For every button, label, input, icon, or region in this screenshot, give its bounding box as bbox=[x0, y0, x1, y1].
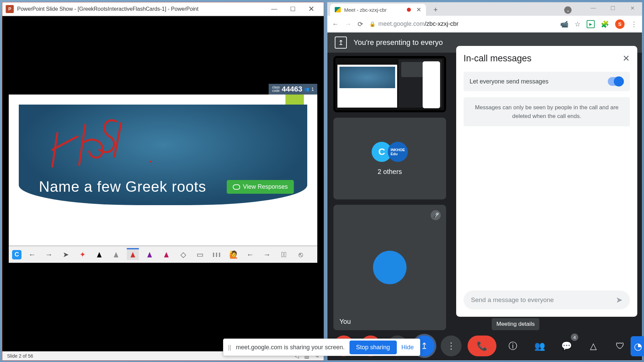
presentation-thumbnail bbox=[335, 58, 444, 110]
camera-indicator-icon[interactable]: 📹 bbox=[560, 20, 569, 28]
self-tile[interactable]: 🎤̸ You bbox=[333, 205, 446, 330]
people-button[interactable]: 👥 bbox=[529, 336, 550, 356]
chrome-minimize-button[interactable]: — bbox=[584, 2, 603, 14]
allow-messages-toggle-row: Let everyone send messages bbox=[464, 72, 630, 91]
chat-panel-title: In-call messages bbox=[464, 53, 532, 64]
pick-name-tool[interactable]: 🙋 bbox=[227, 249, 239, 261]
host-controls-button[interactable]: 🛡 bbox=[610, 336, 631, 356]
pen-magenta[interactable] bbox=[160, 249, 172, 261]
leave-call-button[interactable]: 📞 bbox=[468, 336, 496, 356]
avatar-icon: INKHOEEdu bbox=[388, 142, 408, 162]
nav-left[interactable]: ← bbox=[244, 249, 256, 261]
minimize-button[interactable]: — bbox=[265, 3, 283, 15]
whiteboard-tool[interactable]: ▭ bbox=[194, 249, 206, 261]
slideshow-stage: class code 44463 👥 1 Name a few Greek ro… bbox=[2, 16, 324, 351]
meeting-details-button[interactable]: ⓘ bbox=[502, 336, 523, 356]
others-avatars: C INKHOEEdu bbox=[374, 142, 406, 162]
cloud-icon bbox=[233, 184, 240, 190]
exit-tool[interactable]: ⎋ bbox=[294, 249, 307, 261]
more-options-button[interactable]: ⋮ bbox=[441, 336, 462, 356]
new-tab-button[interactable]: + bbox=[431, 5, 441, 15]
chat-input-placeholder: Send a message to everyone bbox=[471, 296, 554, 304]
in-call-messages-panel: In-call messages ✕ Let everyone send mes… bbox=[456, 46, 637, 317]
presenting-text: You're presenting to everyo bbox=[354, 38, 443, 47]
bookmark-star-icon[interactable]: ☆ bbox=[575, 20, 581, 28]
self-avatar-icon bbox=[373, 251, 407, 284]
chat-button[interactable]: 💬 4 bbox=[556, 336, 577, 356]
sharing-text: meet.google.com is sharing your screen. bbox=[236, 344, 344, 351]
view-responses-button[interactable]: View Responses bbox=[227, 180, 294, 194]
close-button[interactable]: ✕ bbox=[302, 3, 320, 15]
chrome-tabstrip: Meet - zbc-xzxj-cbr ✕ + ⌄ — ☐ ✕ bbox=[327, 2, 642, 16]
reload-button[interactable]: ⟳ bbox=[358, 20, 363, 28]
laser-tool[interactable]: ✦ bbox=[76, 249, 89, 261]
hide-sharing-button[interactable]: Hide bbox=[401, 344, 414, 351]
activities-button[interactable]: △ bbox=[583, 336, 604, 356]
slide-counter: Slide 2 of 56 bbox=[7, 353, 33, 359]
people-icon: 👥 bbox=[304, 87, 309, 92]
chat-close-button[interactable]: ✕ bbox=[623, 53, 630, 64]
url-host: meet.google.com bbox=[378, 20, 425, 27]
maximize-button[interactable]: ☐ bbox=[283, 3, 302, 15]
ppt-titlebar: P PowerPoint Slide Show - [GreekRootsInt… bbox=[2, 2, 324, 16]
eraser-tool[interactable]: ◇ bbox=[177, 249, 189, 261]
present-screen-icon: ↥ bbox=[335, 37, 347, 49]
recording-indicator-icon bbox=[407, 8, 411, 12]
allow-messages-toggle[interactable] bbox=[608, 77, 624, 86]
screen-sharing-bar: || meet.google.com is sharing your scree… bbox=[223, 339, 420, 356]
meet-favicon-icon bbox=[335, 7, 341, 12]
chat-unread-badge: 4 bbox=[571, 334, 578, 341]
drag-handle-icon[interactable]: || bbox=[228, 344, 231, 351]
meeting-details-tooltip: Meeting details bbox=[492, 318, 539, 330]
svg-point-0 bbox=[150, 161, 152, 163]
slide: class code 44463 👥 1 Name a few Greek ro… bbox=[9, 95, 317, 263]
chrome-window: Meet - zbc-xzxj-cbr ✕ + ⌄ — ☐ ✕ ← → ⟳ 🔒 … bbox=[327, 2, 642, 361]
ink-annotation bbox=[32, 106, 166, 173]
pen-purple[interactable] bbox=[144, 249, 156, 261]
forward-button[interactable]: → bbox=[345, 20, 352, 28]
class-code-value: 44463 bbox=[282, 85, 302, 94]
class-code-label: class code bbox=[272, 86, 280, 93]
browser-tab[interactable]: Meet - zbc-xzxj-cbr ✕ bbox=[330, 4, 426, 16]
url-path: /zbc-xzxj-cbr bbox=[425, 20, 459, 27]
tab-close-icon[interactable]: ✕ bbox=[416, 6, 421, 13]
time-indicator-icon[interactable]: ◔ bbox=[631, 336, 644, 356]
toggle-label: Let everyone send messages bbox=[470, 78, 548, 85]
chat-input[interactable]: Send a message to everyone ➤ bbox=[464, 291, 630, 309]
chrome-maximize-button[interactable]: ☐ bbox=[603, 2, 623, 14]
video-tiles: C INKHOEEdu 2 others 🎤̸ You bbox=[333, 56, 446, 330]
ppt-window-title: PowerPoint Slide Show - [GreekRootsInter… bbox=[17, 6, 265, 12]
classpoint-icon[interactable]: C bbox=[12, 250, 21, 259]
lock-icon: 🔒 bbox=[369, 21, 376, 27]
address-bar[interactable]: 🔒 meet.google.com/zbc-xzxj-cbr bbox=[369, 20, 554, 27]
pen-black[interactable] bbox=[93, 249, 105, 261]
stop-sharing-button[interactable]: Stop sharing bbox=[350, 341, 397, 354]
chrome-toolbar: ← → ⟳ 🔒 meet.google.com/zbc-xzxj-cbr 📹 ☆… bbox=[327, 16, 642, 33]
poll-tool[interactable]: ⫿⫿⫿ bbox=[211, 249, 223, 261]
profile-avatar[interactable]: S bbox=[615, 19, 625, 29]
next-arrow-button[interactable]: → bbox=[43, 249, 55, 261]
class-code-badge: class code 44463 👥 1 bbox=[269, 84, 317, 95]
slide-title: Name a few Greek roots bbox=[39, 178, 206, 195]
tab-title: Meet - zbc-xzxj-cbr bbox=[344, 7, 387, 13]
others-label: 2 others bbox=[378, 168, 402, 176]
hide-ink-tool[interactable]: 👁̸ bbox=[278, 249, 290, 261]
chrome-close-button[interactable]: ✕ bbox=[623, 2, 642, 14]
tab-search-icon[interactable]: ⌄ bbox=[564, 6, 572, 14]
highlighter[interactable] bbox=[110, 249, 122, 261]
meet-body: ↥ You're presenting to everyo C INKHOEEd… bbox=[327, 33, 642, 360]
others-tile[interactable]: C INKHOEEdu 2 others bbox=[333, 118, 446, 199]
nav-right[interactable]: → bbox=[261, 249, 273, 261]
view-responses-label: View Responses bbox=[243, 183, 288, 190]
back-button[interactable]: ← bbox=[332, 20, 339, 28]
extensions-puzzle-icon[interactable]: 🧩 bbox=[601, 20, 609, 28]
pen-red[interactable] bbox=[127, 248, 139, 260]
self-label: You bbox=[339, 318, 351, 325]
chrome-menu-icon[interactable]: ⋮ bbox=[631, 20, 637, 28]
participant-count: 1 bbox=[311, 86, 314, 92]
presentation-tile[interactable] bbox=[333, 56, 446, 112]
send-icon[interactable]: ➤ bbox=[616, 295, 623, 305]
prev-arrow-button[interactable]: ← bbox=[26, 249, 38, 261]
extension-icon[interactable]: ▸ bbox=[587, 20, 595, 28]
pointer-tool[interactable]: ➤ bbox=[60, 249, 72, 261]
